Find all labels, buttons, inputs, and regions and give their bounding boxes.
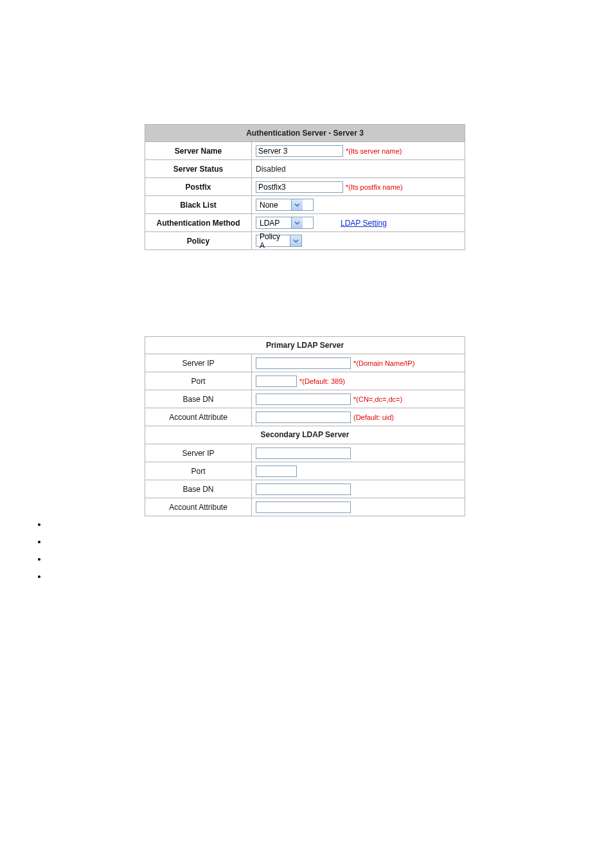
- hint-server-name: *(Its server name): [346, 147, 402, 155]
- secondary-ldap-title: Secondary LDAP Server: [145, 426, 465, 444]
- label-secondary-port: Port: [145, 462, 252, 480]
- label-primary-base-dn: Base DN: [145, 390, 252, 408]
- secondary-ldap-title-row: Secondary LDAP Server: [145, 426, 465, 444]
- hint-primary-port: *(Default: 389): [299, 377, 345, 385]
- hint-primary-account-attr: (Default: uid): [353, 413, 394, 421]
- row-auth-method: Authentication Method LDAP LDAP Setting: [145, 213, 465, 231]
- label-postfix: Postfix: [145, 178, 252, 195]
- row-server-name: Server Name *(Its server name): [145, 141, 465, 159]
- row-secondary-port: Port: [145, 462, 465, 480]
- label-auth-method: Authentication Method: [145, 214, 252, 231]
- hint-postfix: *(Its postfix name): [346, 183, 403, 191]
- label-primary-server-ip: Server IP: [145, 354, 252, 372]
- label-secondary-base-dn: Base DN: [145, 480, 252, 498]
- label-secondary-account-attr: Account Attribute: [145, 498, 252, 516]
- select-auth-method[interactable]: LDAP: [256, 217, 314, 229]
- row-server-status: Server Status Disabled: [145, 159, 465, 177]
- row-primary-server-ip: Server IP *(Domain Name/IP): [145, 354, 465, 372]
- primary-ldap-title: Primary LDAP Server: [145, 337, 465, 354]
- label-black-list: Black List: [145, 196, 252, 213]
- label-primary-port: Port: [145, 372, 252, 390]
- select-black-list[interactable]: None: [256, 199, 314, 211]
- label-secondary-server-ip: Server IP: [145, 444, 252, 462]
- input-primary-port[interactable]: [256, 375, 297, 387]
- select-policy-value: Policy A: [256, 235, 290, 246]
- input-primary-base-dn[interactable]: [256, 393, 351, 405]
- select-auth-method-value: LDAP: [256, 217, 291, 228]
- row-primary-base-dn: Base DN *(CN=,dc=,dc=): [145, 390, 465, 408]
- chevron-down-icon: [291, 217, 303, 228]
- ldap-server-panel: Primary LDAP Server Server IP *(Domain N…: [145, 336, 465, 516]
- label-server-name: Server Name: [145, 142, 252, 159]
- input-secondary-base-dn[interactable]: [256, 484, 351, 495]
- value-server-status: Disabled: [256, 165, 286, 174]
- row-primary-account-attr: Account Attribute (Default: uid): [145, 408, 465, 426]
- input-primary-account-attr[interactable]: [256, 411, 351, 423]
- select-black-list-value: None: [256, 199, 291, 210]
- input-secondary-server-ip[interactable]: [256, 448, 351, 459]
- row-secondary-base-dn: Base DN: [145, 480, 465, 498]
- input-postfix[interactable]: [256, 181, 343, 193]
- input-primary-server-ip[interactable]: [256, 357, 351, 369]
- bullet-list: [35, 511, 47, 589]
- ldap-setting-link[interactable]: LDAP Setting: [341, 219, 387, 228]
- select-policy[interactable]: Policy A: [256, 235, 302, 247]
- input-server-name[interactable]: [256, 145, 343, 157]
- auth-server-title: Authentication Server - Server 3: [145, 125, 465, 141]
- chevron-down-icon: [290, 235, 301, 246]
- row-secondary-server-ip: Server IP: [145, 444, 465, 462]
- auth-server-panel: Authentication Server - Server 3 Server …: [145, 124, 465, 250]
- input-secondary-port[interactable]: [256, 466, 297, 477]
- input-secondary-account-attr[interactable]: [256, 502, 351, 513]
- hint-primary-server-ip: *(Domain Name/IP): [353, 359, 414, 367]
- row-postfix: Postfix *(Its postfix name): [145, 177, 465, 195]
- row-secondary-account-attr: Account Attribute: [145, 498, 465, 516]
- chevron-down-icon: [291, 199, 303, 210]
- label-primary-account-attr: Account Attribute: [145, 408, 252, 426]
- row-primary-port: Port *(Default: 389): [145, 372, 465, 390]
- label-server-status: Server Status: [145, 160, 252, 177]
- row-policy: Policy Policy A: [145, 231, 465, 249]
- label-policy: Policy: [145, 232, 252, 249]
- row-black-list: Black List None: [145, 195, 465, 213]
- hint-primary-base-dn: *(CN=,dc=,dc=): [353, 395, 402, 403]
